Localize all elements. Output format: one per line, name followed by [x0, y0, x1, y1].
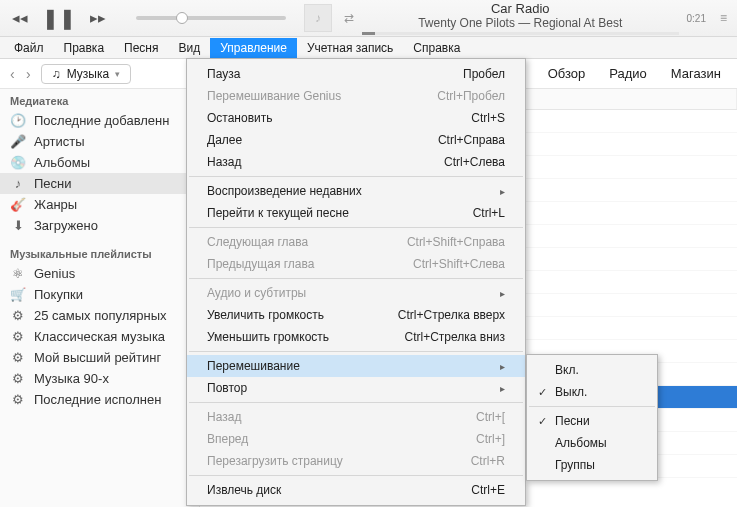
sidebar-icon: ♪: [10, 176, 26, 191]
now-playing-subtitle: Twenty One Pilots — Regional At Best: [362, 16, 679, 30]
menu-item: НазадCtrl+[: [187, 406, 525, 428]
nav-back-icon[interactable]: ‹: [6, 66, 19, 82]
menu-item[interactable]: НазадCtrl+Слева: [187, 151, 525, 173]
menu-справка[interactable]: Справка: [403, 38, 470, 58]
menu-управление[interactable]: Управление: [210, 38, 297, 58]
shuffle-submenu: Вкл.✓Выкл.✓ПесниАльбомыГруппы: [526, 354, 658, 481]
music-note-icon: ♫: [52, 67, 61, 81]
submenu-item[interactable]: ✓Песни: [527, 410, 657, 432]
playback-controls: ◂◂ ❚❚ ▸▸: [0, 6, 118, 30]
menu-item: Перемешивание GeniusCtrl+Пробел: [187, 85, 525, 107]
album-art-icon: ♪: [304, 4, 332, 32]
sidebar-item[interactable]: ⚛Genius: [0, 263, 199, 284]
sidebar-item[interactable]: ⚙Классическая музыка: [0, 326, 199, 347]
prev-button[interactable]: ◂◂: [12, 9, 28, 27]
sidebar-head-playlists: Музыкальные плейлисты: [0, 242, 199, 263]
sidebar-item[interactable]: 🕑Последние добавленн: [0, 110, 199, 131]
sidebar-item-label: Последние добавленн: [34, 113, 169, 128]
menu-item[interactable]: Перейти к текущей песнеCtrl+L: [187, 202, 525, 224]
sidebar-item-label: Классическая музыка: [34, 329, 165, 344]
sidebar-icon: 💿: [10, 155, 26, 170]
sidebar-item-label: Жанры: [34, 197, 77, 212]
tab-радио[interactable]: Радио: [609, 66, 647, 81]
menu-item[interactable]: Перемешивание: [187, 355, 525, 377]
menu-учетная запись[interactable]: Учетная запись: [297, 38, 403, 58]
sidebar-item[interactable]: 💿Альбомы: [0, 152, 199, 173]
tab-магазин[interactable]: Магазин: [671, 66, 721, 81]
sidebar-item-label: Песни: [34, 176, 72, 191]
tab-обзор[interactable]: Обзор: [548, 66, 586, 81]
sidebar-icon: ⚙: [10, 350, 26, 365]
menu-item: ВпередCtrl+]: [187, 428, 525, 450]
chevron-down-icon: ▾: [115, 69, 120, 79]
top-tabs: ОбзорРадиоМагазин: [548, 66, 731, 81]
sidebar-item[interactable]: ⚙Последние исполнен: [0, 389, 199, 410]
media-kind-label: Музыка: [67, 67, 109, 81]
sidebar-head-library: Медиатека: [0, 89, 199, 110]
menu-вид[interactable]: Вид: [169, 38, 211, 58]
player-bar: ◂◂ ❚❚ ▸▸ ♪ ⇄ Car Radio Twenty One Pilots…: [0, 0, 737, 37]
sidebar-item-label: 25 самых популярных: [34, 308, 167, 323]
menu-файл[interactable]: Файл: [4, 38, 54, 58]
volume-slider[interactable]: [136, 16, 286, 20]
menu-item[interactable]: Повтор: [187, 377, 525, 399]
sidebar-icon: ⚙: [10, 392, 26, 407]
elapsed-time: 0:21: [687, 13, 712, 24]
sidebar-item-label: Genius: [34, 266, 75, 281]
menu-item: Аудио и субтитры: [187, 282, 525, 304]
submenu-item[interactable]: Альбомы: [527, 432, 657, 454]
menu-item[interactable]: ДалееCtrl+Справа: [187, 129, 525, 151]
menu-item: Перезагрузить страницуCtrl+R: [187, 450, 525, 472]
menubar: ФайлПравкаПесняВидУправлениеУчетная запи…: [0, 37, 737, 59]
sidebar-item-label: Мой высший рейтинг: [34, 350, 161, 365]
sidebar-item[interactable]: ⚙Мой высший рейтинг: [0, 347, 199, 368]
sidebar-icon: ⚙: [10, 329, 26, 344]
now-playing: ♪ ⇄ Car Radio Twenty One Pilots — Region…: [304, 1, 737, 35]
pause-button[interactable]: ❚❚: [42, 6, 76, 30]
menu-item[interactable]: ПаузаПробел: [187, 63, 525, 85]
submenu-item[interactable]: Группы: [527, 454, 657, 476]
now-playing-title: Car Radio: [362, 1, 679, 16]
submenu-item[interactable]: ✓Выкл.: [527, 381, 657, 403]
menu-item[interactable]: Увеличить громкостьCtrl+Стрелка вверх: [187, 304, 525, 326]
menu-item[interactable]: ОстановитьCtrl+S: [187, 107, 525, 129]
list-icon[interactable]: ≡: [720, 11, 727, 25]
sidebar-item[interactable]: ♪Песни: [0, 173, 199, 194]
sidebar-icon: ⚙: [10, 371, 26, 386]
sidebar-icon: 🎤: [10, 134, 26, 149]
shuffle-icon[interactable]: ⇄: [344, 11, 354, 25]
sidebar-icon: 🕑: [10, 113, 26, 128]
sidebar: Медиатека 🕑Последние добавленн🎤Артисты💿А…: [0, 89, 200, 507]
submenu-item[interactable]: Вкл.: [527, 359, 657, 381]
sidebar-item[interactable]: ⬇Загружено: [0, 215, 199, 236]
sidebar-item[interactable]: 🎤Артисты: [0, 131, 199, 152]
next-button[interactable]: ▸▸: [90, 9, 106, 27]
sidebar-icon: ⬇: [10, 218, 26, 233]
menu-item[interactable]: Извлечь дискCtrl+E: [187, 479, 525, 501]
sidebar-item-label: Музыка 90-х: [34, 371, 109, 386]
sidebar-item-label: Загружено: [34, 218, 98, 233]
sidebar-item[interactable]: 🎸Жанры: [0, 194, 199, 215]
sidebar-item-label: Альбомы: [34, 155, 90, 170]
menu-item[interactable]: Уменьшить громкостьCtrl+Стрелка вниз: [187, 326, 525, 348]
nav-fwd-icon[interactable]: ›: [22, 66, 35, 82]
sidebar-item[interactable]: ⚙Музыка 90-х: [0, 368, 199, 389]
menu-правка[interactable]: Правка: [54, 38, 115, 58]
menu-item: Предыдущая главаCtrl+Shift+Слева: [187, 253, 525, 275]
sidebar-item-label: Последние исполнен: [34, 392, 161, 407]
media-kind-dropdown[interactable]: ♫ Музыка ▾: [41, 64, 131, 84]
sidebar-item-label: Артисты: [34, 134, 85, 149]
sidebar-item[interactable]: ⚙25 самых популярных: [0, 305, 199, 326]
control-menu: ПаузаПробелПеремешивание GeniusCtrl+Проб…: [186, 58, 526, 506]
sidebar-icon: ⚙: [10, 308, 26, 323]
menu-песня[interactable]: Песня: [114, 38, 168, 58]
sidebar-icon: 🎸: [10, 197, 26, 212]
menu-item[interactable]: Воспроизведение недавних: [187, 180, 525, 202]
sidebar-icon: ⚛: [10, 266, 26, 281]
sidebar-item[interactable]: 🛒Покупки: [0, 284, 199, 305]
sidebar-icon: 🛒: [10, 287, 26, 302]
menu-item: Следующая главаCtrl+Shift+Справа: [187, 231, 525, 253]
sidebar-item-label: Покупки: [34, 287, 83, 302]
